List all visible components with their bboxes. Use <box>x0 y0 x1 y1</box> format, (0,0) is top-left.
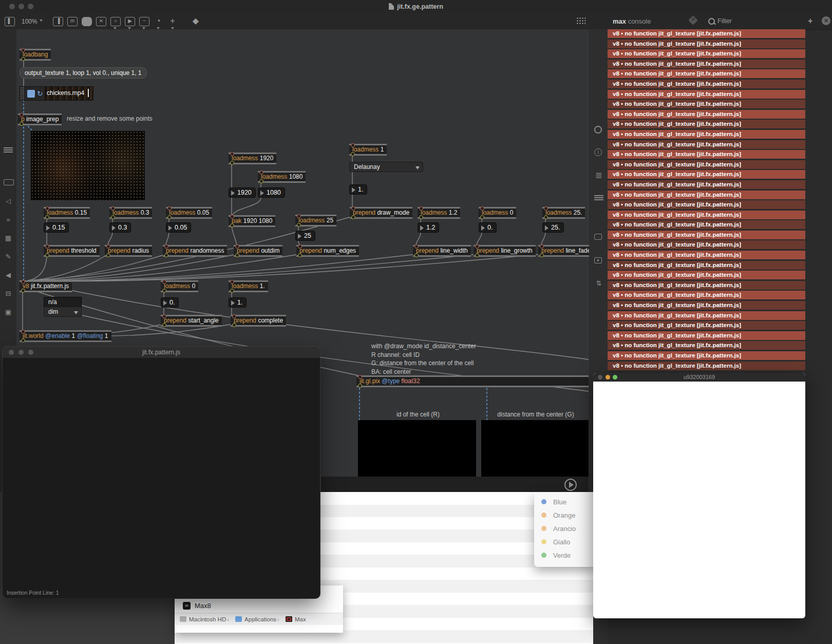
console-error-row[interactable]: v8 • no function jit_gl_texture [jit.fx.… <box>608 231 805 239</box>
object-box-prepend-num-edges[interactable]: prepend num_edges <box>296 245 359 257</box>
object-box-v8-pattern[interactable]: v8 jit.fx.pattern.js <box>20 280 72 292</box>
zoom-level-control[interactable]: 100% <box>22 18 43 25</box>
number-box-line-fade[interactable]: 25. <box>542 222 564 233</box>
object-box-prepend-start-angle[interactable]: prepend start_angle <box>161 315 222 327</box>
breadcrumb-max[interactable]: Max <box>295 616 306 622</box>
console-error-row[interactable]: v8 • no function jit_gl_texture [jit.fx.… <box>608 69 805 78</box>
textedit-na[interactable]: n/a <box>44 297 82 307</box>
new-object-icon[interactable]: ▐ <box>53 17 63 26</box>
list-icon[interactable] <box>594 194 603 201</box>
finder-item-max8[interactable]: ∞ Max8 <box>175 600 351 612</box>
tag-item-blue[interactable]: Blue <box>534 495 596 508</box>
object-box-loadmess-1920[interactable]: loadmess 1920 <box>229 153 276 164</box>
object-box-prepend-complete[interactable]: prepend complete <box>231 315 286 327</box>
print-diamond-icon[interactable]: P <box>688 15 697 25</box>
number-box-width[interactable]: 1920 <box>229 187 256 198</box>
tag-item-giallo[interactable]: Giallo <box>534 535 596 548</box>
console-error-row[interactable]: v8 • no function jit_gl_texture [jit.fx.… <box>608 49 805 58</box>
plug-icon[interactable]: ◀ <box>4 272 13 279</box>
sidebar-toggle-icon[interactable]: ▌ <box>5 17 15 26</box>
number-box-start-angle[interactable]: 0. <box>161 297 179 308</box>
editor-titlebar[interactable]: jit.fx.pattern.js <box>3 347 320 358</box>
mixer-icon[interactable]: ⇅ <box>594 280 603 287</box>
console-error-row[interactable]: v8 • no function jit_gl_texture [jit.fx.… <box>608 140 805 149</box>
console-error-row[interactable]: v8 • no function jit_gl_texture [jit.fx.… <box>608 261 805 270</box>
playbar-object-icon[interactable]: ▶ <box>125 17 135 26</box>
object-box-prepend-line-fade[interactable]: prepend line_fade <box>538 245 594 257</box>
object-box-prepend-radius[interactable]: prepend radius <box>105 245 152 257</box>
loop-icon[interactable]: ↻ <box>37 89 43 98</box>
number-box-randomness[interactable]: 0.05 <box>166 222 191 233</box>
object-box-loadmess-line-width[interactable]: loadmess 1.2 <box>418 207 460 219</box>
camera-icon[interactable]: ● <box>594 257 602 263</box>
number-box-threshold[interactable]: 0.15 <box>44 222 69 233</box>
info-icon[interactable]: i <box>594 148 602 156</box>
add-console-icon[interactable]: + <box>808 16 812 26</box>
toggle-object-icon[interactable]: ✕ <box>96 17 106 26</box>
console-error-row[interactable]: v8 • no function jit_gl_texture [jit.fx.… <box>608 200 805 209</box>
console-error-row[interactable]: v8 • no function jit_gl_texture [jit.fx.… <box>608 80 805 88</box>
card-icon[interactable] <box>4 179 14 185</box>
menu-icon[interactable] <box>4 146 13 154</box>
clip-square-icon[interactable] <box>27 90 35 98</box>
close-console-icon[interactable]: ✕ <box>822 16 830 25</box>
breadcrumb-macintosh-hd[interactable]: Macintosh HD <box>189 616 226 622</box>
object-box-loadmess-num-edges[interactable]: loadmess 25 <box>295 215 336 226</box>
dim-menu[interactable]: dim <box>44 307 82 317</box>
console-error-row[interactable]: v8 • no function jit_gl_texture [jit.fx.… <box>608 281 805 290</box>
tag-item-orange[interactable]: Orange <box>534 508 596 522</box>
tag-item-arancio[interactable]: Arancio <box>534 522 596 535</box>
console-error-row[interactable]: v8 • no function jit_gl_texture [jit.fx.… <box>608 110 805 119</box>
console-error-row[interactable]: v8 • no function jit_gl_texture [jit.fx.… <box>608 150 805 159</box>
box-icon[interactable]: ▣ <box>4 309 13 316</box>
dial-object-icon[interactable]: ◔ <box>154 17 163 25</box>
object-box-loadmess-randomness[interactable]: loadmess 0.05 <box>166 207 212 219</box>
play-circle-icon[interactable] <box>564 479 577 491</box>
number-box-height[interactable]: 1080 <box>258 187 285 198</box>
console-error-row[interactable]: v8 • no function jit_gl_texture [jit.fx.… <box>608 301 805 310</box>
console-error-row[interactable]: v8 • no function jit_gl_texture [jit.fx.… <box>608 240 805 249</box>
console-error-row[interactable]: v8 • no function jit_gl_texture [jit.fx.… <box>608 220 805 229</box>
fast-forward-icon[interactable]: » <box>4 216 13 223</box>
console-error-row[interactable]: v8 • no function jit_gl_texture [jit.fx.… <box>608 271 805 279</box>
object-box-jit-gl-pix[interactable]: jit.gl.pix @type float32 <box>356 375 589 387</box>
console-error-row[interactable]: v8 • no function jit_gl_texture [jit.fx.… <box>608 180 805 189</box>
object-box-loadmess-line-fade[interactable]: loadmess 25. <box>542 207 585 219</box>
object-box-prepend-threshold[interactable]: prepend threshold <box>44 245 100 257</box>
clip-thumbnails[interactable]: chickens.mp4 <box>45 87 93 100</box>
console-error-row[interactable]: v8 • no function jit_gl_texture [jit.fx.… <box>608 191 805 199</box>
object-box-loadmess-1[interactable]: loadmess 1 <box>349 144 387 156</box>
number-box-draw-mode[interactable]: 1. <box>349 184 367 195</box>
add-object-icon[interactable]: + <box>168 17 177 25</box>
object-box-prepend-draw-mode[interactable]: prepend draw_mode <box>350 207 412 219</box>
console-error-row[interactable]: v8 • no function jit_gl_texture [jit.fx.… <box>608 362 805 370</box>
object-box-loadmess-threshold[interactable]: loadmess 0.15 <box>44 207 90 219</box>
chat-icon[interactable] <box>594 234 602 240</box>
jit-pwindow-distance[interactable] <box>481 420 589 477</box>
console-error-row[interactable]: v8 • no function jit_gl_texture [jit.fx.… <box>608 170 805 179</box>
new-comment-icon[interactable] <box>82 17 92 26</box>
object-box-prepend-randomness[interactable]: prepend randomness <box>163 245 227 257</box>
new-message-icon[interactable]: m <box>67 17 78 26</box>
uwindow-titlebar[interactable]: u932003169 <box>593 373 805 382</box>
console-error-row[interactable]: v8 • no function jit_gl_texture [jit.fx.… <box>608 29 805 38</box>
button-object-icon[interactable]: ○ <box>110 17 121 26</box>
number-object-icon[interactable]: − <box>139 17 149 26</box>
grid-toggle-icon[interactable] <box>576 17 585 25</box>
console-error-row[interactable]: v8 • no function jit_gl_texture [jit.fx.… <box>608 90 805 99</box>
columns-icon[interactable]: ▥ <box>594 172 603 179</box>
console-error-row[interactable]: v8 • no function jit_gl_texture [jit.fx.… <box>608 160 805 169</box>
object-box-loadmess-line-growth[interactable]: loadmess 0 <box>479 207 516 219</box>
jit-pwindow-cell-id[interactable] <box>358 420 476 477</box>
console-error-row[interactable]: v8 • no function jit_gl_texture [jit.fx.… <box>608 331 805 340</box>
number-box-complete[interactable]: 1. <box>229 297 247 308</box>
console-error-row[interactable]: v8 • no function jit_gl_texture [jit.fx.… <box>608 100 805 108</box>
console-error-row[interactable]: v8 • no function jit_gl_texture [jit.fx.… <box>608 251 805 259</box>
console-error-row[interactable]: v8 • no function jit_gl_texture [jit.fx.… <box>608 351 805 360</box>
object-box-prepend-line-width[interactable]: prepend line_width <box>413 245 471 257</box>
console-error-row[interactable]: v8 • no function jit_gl_texture [jit.fx.… <box>608 120 805 128</box>
breadcrumb-applications[interactable]: Applications <box>244 616 276 622</box>
object-box-loadmess-start-angle[interactable]: loadmess 0 <box>161 280 198 292</box>
object-box-subpatch-image-prep[interactable]: p image_prep <box>18 113 62 125</box>
console-error-row[interactable]: v8 • no function jit_gl_texture [jit.fx.… <box>608 311 805 320</box>
